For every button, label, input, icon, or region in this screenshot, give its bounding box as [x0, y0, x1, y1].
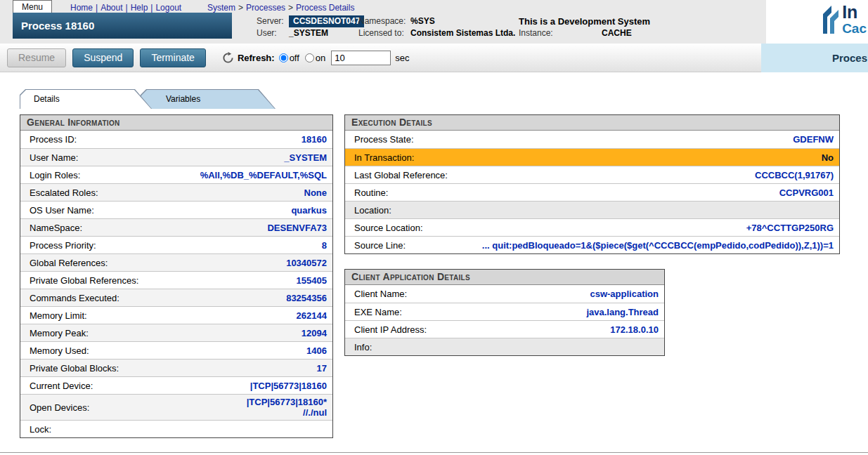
table-row: Process Priority:8 — [20, 236, 332, 253]
table-row: Memory Used:1406 — [20, 341, 332, 359]
table-row: Global References:10340572 — [20, 253, 332, 271]
nav-separator: | — [96, 3, 98, 13]
table-row: Memory Limit:262144 — [20, 306, 332, 324]
nav-link-logout[interactable]: Logout — [155, 3, 181, 13]
row-label: Last Global Reference: — [345, 168, 453, 183]
server-label: Server: — [257, 15, 289, 27]
table-row: EXE Name:java.lang.Thread — [345, 303, 664, 320]
row-value: 8 — [102, 238, 332, 253]
licensed-value: Consistem Sistemas Ltda. — [410, 28, 515, 38]
row-label: Global References: — [20, 256, 113, 270]
process-details-page: Menu Home|About|Help|Logout System>Proce… — [0, 0, 868, 455]
row-value: No — [420, 150, 839, 165]
namespace-value: %SYS — [410, 16, 435, 26]
row-value: java.lang.Thread — [408, 305, 664, 319]
row-label: Memory Peak: — [20, 326, 94, 341]
row-label: Process State: — [345, 132, 420, 147]
namespace-info-block: Namespace:%SYS Licensed to:Consistem Sis… — [358, 15, 515, 39]
breadcrumb-process-details: Process Details — [296, 3, 354, 13]
table-row: Client Name:csw-application — [345, 285, 664, 303]
title-bar: Process 18160 — [13, 13, 232, 39]
execution-details-panel: Execution Details Process State:GDEFNW I… — [344, 114, 840, 254]
table-row: User Name:_SYSTEM — [20, 148, 332, 166]
breadcrumb-processes[interactable]: Processes — [246, 3, 285, 13]
table-row: Open Devices:|TCP|56773|18160* //./nul — [20, 394, 332, 420]
row-value: DESENVFA73 — [88, 220, 332, 235]
nav-separator: | — [126, 3, 128, 13]
breadcrumb-separator: > — [238, 3, 243, 13]
top-nav-links: Home|About|Help|Logout — [70, 3, 181, 13]
refresh-interval-input[interactable] — [331, 51, 391, 65]
client-application-details-panel: Client Application Details Client Name:c… — [344, 269, 665, 356]
page-title: Process 18160 — [13, 13, 232, 32]
instance-value: CACHE — [602, 28, 632, 38]
tab-variables[interactable]: Variables — [141, 89, 276, 109]
row-value: 18160 — [82, 132, 332, 147]
nav-link-home[interactable]: Home — [70, 3, 93, 13]
refresh-off-radio[interactable] — [279, 53, 288, 62]
refresh-on-label: on — [316, 53, 325, 63]
row-label: Open Devices: — [20, 400, 95, 415]
footer-divider — [0, 452, 868, 453]
nav-separator: | — [150, 3, 153, 13]
refresh-icon[interactable] — [222, 52, 234, 64]
client-application-details-header: Client Application Details — [345, 270, 664, 285]
row-label: Private Global Blocks: — [20, 361, 124, 376]
row-label: NameSpace: — [20, 220, 88, 235]
row-value — [57, 427, 332, 431]
table-row: Process State:GDEFNW — [345, 131, 839, 148]
row-value: 17 — [124, 361, 332, 376]
row-value: _SYSTEM — [84, 150, 332, 165]
row-label: Location: — [345, 203, 397, 218]
row-value: 172.18.0.10 — [432, 322, 664, 337]
row-value: 12094 — [94, 326, 332, 341]
instance-info-block: This is a Development System Instance:CA… — [519, 15, 650, 39]
table-row: Private Global References:155405 — [20, 271, 332, 289]
row-value: +78^CCTTGP250RG — [429, 220, 839, 235]
suspend-button[interactable]: Suspend — [72, 48, 134, 67]
logo-block: In Cac — [766, 0, 868, 44]
cache-bracket-icon — [822, 3, 840, 35]
row-value: |TCP|56773|18160* //./nul — [95, 395, 332, 420]
refresh-unit-label: sec — [395, 53, 409, 63]
row-value: 1406 — [95, 343, 332, 358]
table-row: Client IP Address:172.18.0.10 — [345, 320, 664, 338]
refresh-controls: Refresh: off on sec — [222, 51, 410, 65]
toolbar: Resume Suspend Terminate Refresh: off on… — [0, 44, 868, 72]
row-value: 262144 — [93, 308, 332, 323]
row-value — [397, 208, 839, 212]
row-label: Private Global References: — [20, 273, 144, 288]
table-row: Routine:CCPVRG001 — [345, 183, 839, 201]
row-label: Escalated Roles: — [20, 185, 104, 200]
tab-bar: Details Variables — [20, 89, 276, 109]
row-label: Process ID: — [20, 132, 82, 147]
row-label: EXE Name: — [345, 305, 408, 319]
row-label: Client IP Address: — [345, 322, 432, 337]
row-label: Info: — [345, 340, 377, 355]
row-value: %All,%DB_%DEFAULT,%SQL — [86, 168, 332, 183]
table-row: Last Global Reference:CCCBCC(1,91767) — [345, 166, 839, 183]
breadcrumb-system[interactable]: System — [207, 3, 235, 13]
tab-details[interactable]: Details — [20, 89, 152, 109]
nav-link-help[interactable]: Help — [131, 3, 148, 13]
resume-button[interactable]: Resume — [7, 48, 66, 67]
execution-details-header: Execution Details — [345, 115, 839, 131]
server-info-block: Server:CCSDESNOT047 User:_SYSTEM — [257, 15, 364, 39]
terminate-button[interactable]: Terminate — [140, 48, 205, 67]
row-label: Routine: — [345, 185, 394, 200]
refresh-label: Refresh: — [238, 53, 275, 63]
row-label: Source Location: — [345, 220, 429, 235]
refresh-on-radio[interactable] — [305, 53, 314, 62]
row-value: CCCBCC(1,91767) — [453, 168, 839, 183]
row-label: Login Roles: — [20, 168, 86, 183]
table-row: Location: — [345, 201, 839, 218]
table-row: Login Roles:%All,%DB_%DEFAULT,%SQL — [20, 166, 332, 183]
table-row: Commands Executed:83254356 — [20, 289, 332, 306]
row-label: Source Line: — [345, 238, 411, 253]
nav-link-about[interactable]: About — [101, 3, 122, 13]
row-label: Commands Executed: — [20, 291, 125, 305]
general-information-header: General Information — [20, 115, 332, 131]
intersystems-cache-logo: In Cac — [822, 3, 867, 37]
table-row: Escalated Roles:None — [20, 183, 332, 201]
breadcrumb: System>Processes>Process Details — [207, 3, 354, 13]
